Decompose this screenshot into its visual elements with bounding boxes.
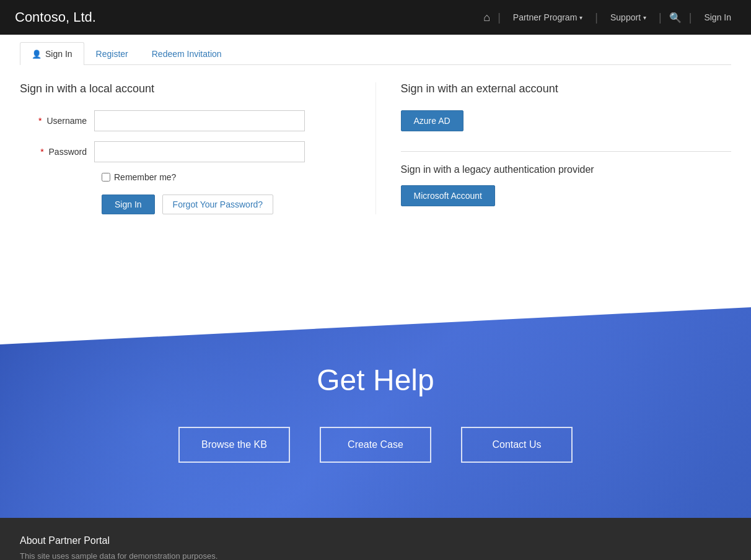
username-row: * Username: [20, 110, 351, 131]
search-icon[interactable]: 🔍: [669, 12, 682, 24]
remember-me-checkbox[interactable]: [102, 173, 110, 182]
footer-title: About Partner Portal: [20, 535, 731, 546]
remember-me-label: Remember me?: [114, 172, 176, 182]
divider-1: |: [498, 11, 501, 24]
external-signin-section: Sign in with an external account Azure A…: [376, 82, 732, 214]
forgot-password-button[interactable]: Forgot Your Password?: [162, 195, 274, 214]
password-input[interactable]: [94, 141, 305, 162]
support-arrow: ▾: [643, 14, 646, 21]
main-content: 👤 Sign In Register Redeem Invitation Sig…: [0, 35, 751, 307]
local-signin-title: Sign in with a local account: [20, 82, 351, 95]
legacy-signin-title: Sign in with a legacy authentication pro…: [401, 151, 732, 175]
top-navigation: Contoso, Ltd. ⌂ | Partner Program ▾ | Su…: [0, 0, 751, 35]
get-help-section: Get Help Browse the KB Create Case Conta…: [0, 307, 751, 518]
divider-4: |: [689, 11, 692, 24]
azure-ad-button[interactable]: Azure AD: [401, 110, 463, 131]
signin-button[interactable]: Sign In: [102, 195, 155, 214]
username-input[interactable]: [94, 110, 305, 131]
auth-tabs: 👤 Sign In Register Redeem Invitation: [20, 35, 731, 65]
tab-register[interactable]: Register: [84, 42, 140, 65]
signin-wrapper: Sign in with a local account * Username …: [20, 82, 731, 214]
divider-2: |: [595, 11, 598, 24]
footer: About Partner Portal This site uses samp…: [0, 518, 751, 560]
home-icon[interactable]: ⌂: [483, 11, 490, 24]
contact-us-button[interactable]: Contact Us: [461, 427, 573, 463]
password-row: * Password: [20, 141, 351, 162]
get-help-content: Get Help Browse the KB Create Case Conta…: [0, 363, 751, 463]
username-label: * Username: [20, 116, 94, 126]
password-label: * Password: [20, 147, 94, 157]
signin-tab-icon: 👤: [32, 50, 42, 59]
create-case-button[interactable]: Create Case: [320, 427, 431, 463]
get-help-buttons: Browse the KB Create Case Contact Us: [0, 427, 751, 463]
signin-nav-link[interactable]: Sign In: [699, 10, 736, 25]
username-required-star: *: [38, 116, 42, 126]
microsoft-account-button[interactable]: Microsoft Account: [401, 185, 496, 206]
signin-btn-row: Sign In Forgot Your Password?: [20, 195, 351, 214]
divider-3: |: [659, 11, 662, 24]
get-help-title: Get Help: [0, 363, 751, 397]
browse-kb-button[interactable]: Browse the KB: [178, 427, 290, 463]
tab-redeem[interactable]: Redeem Invitation: [140, 42, 234, 65]
partner-program-arrow: ▾: [579, 14, 582, 21]
password-required-star: *: [40, 147, 43, 157]
footer-description: This site uses sample data for demonstra…: [20, 551, 731, 560]
brand-logo: Contoso, Ltd.: [15, 9, 483, 25]
support-menu[interactable]: Support ▾: [605, 10, 651, 25]
remember-row: Remember me?: [20, 172, 351, 182]
external-signin-title: Sign in with an external account: [401, 82, 732, 95]
partner-program-menu[interactable]: Partner Program ▾: [508, 10, 587, 25]
tab-signin[interactable]: 👤 Sign In: [20, 42, 84, 65]
local-signin-section: Sign in with a local account * Username …: [20, 82, 376, 214]
